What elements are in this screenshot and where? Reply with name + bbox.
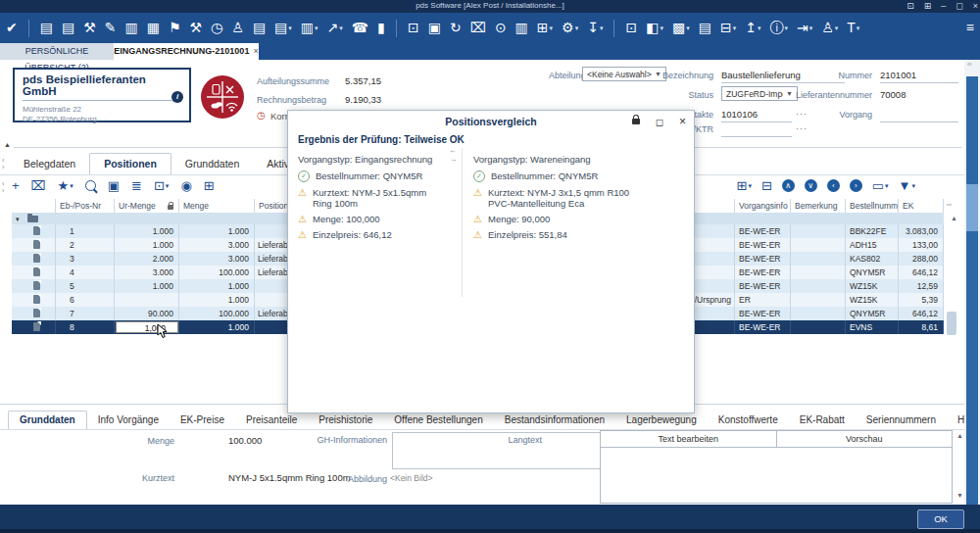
document-service-icon[interactable]: ▤ xyxy=(62,13,74,43)
tab-ek-preise[interactable]: EK-Preise xyxy=(170,412,235,429)
cart-menu-icon[interactable]: ⊟▾ xyxy=(720,13,736,43)
scroll-left-icon[interactable]: ‹ xyxy=(827,179,840,192)
minimize-icon[interactable]: – xyxy=(941,0,946,13)
side-panel-collapse-icon[interactable]: ‹‹ xyxy=(967,61,972,68)
tab-belegdaten[interactable]: Belegdaten xyxy=(10,154,89,174)
tab-preisanteile[interactable]: Preisanteile xyxy=(235,412,308,429)
download-menu-icon[interactable]: ↧▾ xyxy=(587,13,603,43)
search-icon[interactable] xyxy=(85,180,96,191)
column-header-ek-einzelpreis[interactable]: EK Einzelpreis xyxy=(899,199,944,213)
tab-scroll-left-icon[interactable]: ‹› xyxy=(2,157,4,170)
people-menu-icon[interactable]: ♙▾ xyxy=(821,13,838,43)
restore-icon[interactable]: ◻ xyxy=(956,0,962,13)
ur-menge-edit-field[interactable]: 1,000 xyxy=(116,321,178,333)
delete-icon[interactable]: ⌧ xyxy=(470,13,486,43)
close-icon[interactable]: × xyxy=(679,115,686,128)
map-pins-icon[interactable]: ⚑ xyxy=(169,13,181,43)
dashboard-menu-icon[interactable]: ◧▾ xyxy=(646,13,663,43)
column-header-ur-menge[interactable]: Ur-Menge xyxy=(115,199,179,213)
tab-seriennummern[interactable]: Seriennummern xyxy=(856,412,947,429)
axe-tool-icon[interactable]: ⚒ xyxy=(83,13,96,43)
table-remove-icon[interactable]: ⊟ xyxy=(761,178,772,193)
person-add-icon[interactable]: ♙ xyxy=(231,13,244,43)
clock-search-icon[interactable]: ◷ xyxy=(211,13,222,43)
tab-bestandsinformationen[interactable]: Bestandsinformationen xyxy=(494,412,615,429)
column-header-eb-pos-nr[interactable]: Eb-/Pos-Nr xyxy=(56,199,115,213)
export-info-menu-icon[interactable]: ⓘ▾ xyxy=(769,13,788,43)
tab-konstoffwerte[interactable]: Konstoffwerte xyxy=(708,412,789,429)
collapse-group-icon[interactable]: ▾ xyxy=(16,216,20,223)
settings-menu-icon[interactable]: ⚙▾ xyxy=(562,13,578,43)
chart-menu-icon[interactable]: ↗▾ xyxy=(327,13,343,43)
calendar-settings-icon[interactable]: ▦ xyxy=(147,13,160,43)
info-icon[interactable]: i xyxy=(172,91,183,103)
qr-code-menu-icon[interactable]: ▩▾ xyxy=(672,13,690,43)
scroll-down-icon[interactable]: ∨ xyxy=(805,179,817,192)
tab-info-vorgänge[interactable]: Info Vorgänge xyxy=(87,412,170,429)
table-add-menu-icon[interactable]: ⊞▾ xyxy=(736,178,751,193)
grid-scroll-icons[interactable]: ‹› xyxy=(2,180,4,194)
vorschau-button[interactable]: Vorschau xyxy=(777,431,953,447)
filter-menu-icon[interactable]: ▼▾ xyxy=(899,178,915,193)
add-row-icon[interactable]: + xyxy=(12,178,20,193)
hammer-icon[interactable]: ⚒ xyxy=(190,13,203,43)
visibility-icon[interactable]: ◉ xyxy=(180,178,191,193)
grid-scroll-up-icon[interactable]: ▲ xyxy=(951,215,957,221)
maximize-icon[interactable]: ◻ xyxy=(656,117,663,127)
langtext-sc roll-down-icon[interactable]: ▼ xyxy=(956,492,963,499)
document-analysis-icon[interactable]: ▤ xyxy=(40,13,53,43)
delete-row-icon[interactable]: ⌧ xyxy=(31,178,46,193)
teams-menu-icon[interactable]: T▾ xyxy=(847,13,859,43)
display-menu-icon[interactable]: ▭▾ xyxy=(872,178,889,193)
column-chooser-icon[interactable]: ▫▫ xyxy=(947,201,952,208)
grid-scrollbar-thumb[interactable] xyxy=(947,312,956,335)
list-view-icon[interactable]: ≣ xyxy=(131,178,142,193)
tab-offene-bestellungen[interactable]: Offene Bestellungen xyxy=(383,412,493,429)
tab-grunddaten[interactable]: Grunddaten xyxy=(8,411,87,429)
side-panel-scrollbar-thumb[interactable] xyxy=(966,184,978,231)
detail-menge-value[interactable]: 100.000 xyxy=(228,435,262,446)
tab-ek-rabatt[interactable]: EK-Rabatt xyxy=(789,412,856,429)
tab-close-icon[interactable]: × xyxy=(253,46,258,56)
person-approval-icon[interactable]: ✎ xyxy=(105,13,117,43)
info-box-menu-icon[interactable]: ⊞▾ xyxy=(537,13,553,43)
text-bearbeiten-button[interactable]: Text bearbeiten xyxy=(601,431,777,447)
close-icon[interactable]: × xyxy=(973,0,978,13)
ok-button[interactable]: OK xyxy=(917,509,964,529)
document-add-icon[interactable]: ▤ xyxy=(253,13,266,43)
document-search-menu-icon[interactable]: ▥▾ xyxy=(301,13,318,43)
monitor-settings-icon[interactable]: ▥ xyxy=(125,13,138,43)
window-copy-icon[interactable]: ⊡ xyxy=(625,13,637,43)
refresh-icon[interactable]: ↻ xyxy=(450,13,462,43)
stktr-lookup-button[interactable]: ··· xyxy=(796,123,808,133)
collapse-header-icon[interactable]: ▲ xyxy=(4,141,11,148)
tab-preishistorie[interactable]: Preishistorie xyxy=(308,412,383,429)
scroll-up-icon[interactable]: ∧ xyxy=(782,179,795,192)
phone-icon[interactable]: ☎ xyxy=(352,13,368,43)
save-icon[interactable]: ▣ xyxy=(428,13,441,43)
copy-menu-icon[interactable]: ⊡▾ xyxy=(154,178,169,193)
side-panel-scrollbar[interactable] xyxy=(966,76,978,505)
scroll-right-icon[interactable]: › xyxy=(850,179,862,192)
tab-lagerbewegung[interactable]: Lagerbewegung xyxy=(615,412,708,429)
lieferantennummer-value[interactable]: 70008 xyxy=(880,89,906,100)
list-panel-icon[interactable]: ▤ xyxy=(699,13,711,43)
popout-icon[interactable]: ⊡ xyxy=(906,0,914,13)
langtext-scroll-up-icon[interactable]: ▲ xyxy=(956,432,963,439)
org-chart-icon[interactable]: ⊞ xyxy=(204,178,215,193)
tab-persoenliche-uebersicht[interactable]: PERSÖNLICHE ÜBERSICHT (2) xyxy=(0,43,114,60)
favorites-menu-icon[interactable]: ★▾ xyxy=(58,178,74,193)
column-header-vorgangsinfo[interactable]: Vorgangsinfo xyxy=(735,199,791,213)
money-bag-icon[interactable]: ⊙ xyxy=(495,13,507,43)
upload-menu-icon[interactable]: ↥▾ xyxy=(745,13,760,43)
document-new-menu-icon[interactable]: ▤▾ xyxy=(274,13,292,43)
add-window-icon[interactable]: ⊞ xyxy=(924,0,932,13)
hamburger-menu-icon[interactable]: ≡ xyxy=(966,13,974,43)
exit-menu-icon[interactable]: ⇥▾ xyxy=(797,13,812,43)
tab-grunddaten[interactable]: Grunddaten xyxy=(172,154,253,174)
copy-icon[interactable]: ⊡ xyxy=(408,13,419,43)
image-preview-icon[interactable]: ▣ xyxy=(108,178,120,193)
column-header-menge[interactable]: Menge xyxy=(179,199,255,213)
tab-eingangsrechnung[interactable]: EINGANGSRECHNUNG-2101001× xyxy=(114,43,259,60)
tab-positionen[interactable]: Positionen xyxy=(89,153,172,174)
